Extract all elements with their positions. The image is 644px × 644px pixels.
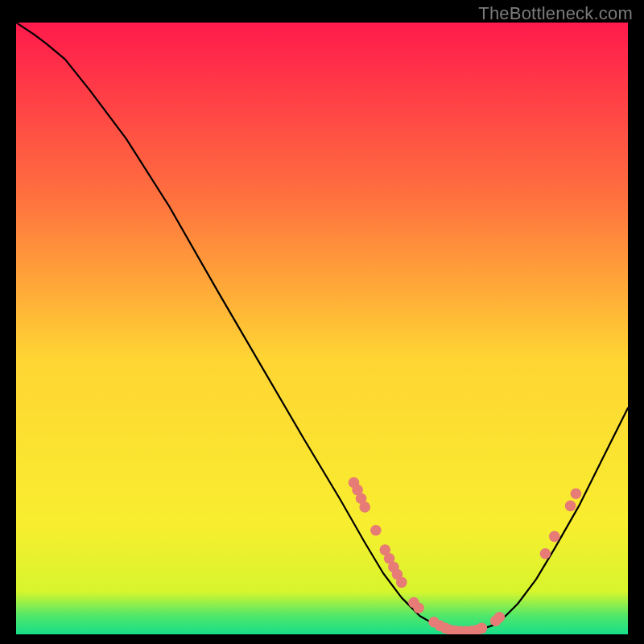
data-point <box>396 577 407 588</box>
data-point <box>413 603 424 614</box>
data-point <box>540 548 551 559</box>
data-point <box>370 525 382 536</box>
data-point <box>571 488 582 499</box>
data-point <box>494 612 506 623</box>
data-point <box>359 502 370 513</box>
data-point <box>477 623 488 634</box>
data-point <box>549 531 560 543</box>
data-point <box>565 501 576 512</box>
chart-frame: TheBottleneck.com <box>0 0 644 644</box>
bottleneck-plot <box>16 23 628 634</box>
watermark-text: TheBottleneck.com <box>478 3 633 24</box>
